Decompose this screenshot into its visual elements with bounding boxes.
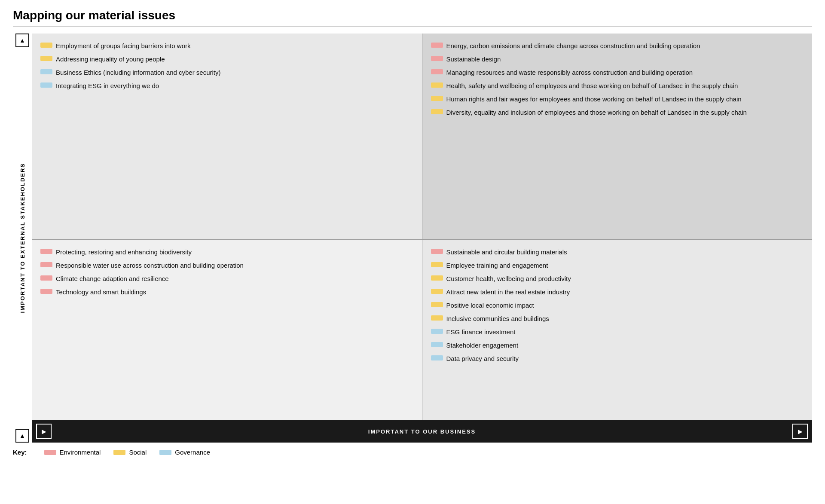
list-item: Climate change adaption and resilience bbox=[40, 274, 413, 283]
top-left-list: Employment of groups facing barriers int… bbox=[40, 41, 413, 90]
grid-area: Employment of groups facing barriers int… bbox=[32, 34, 812, 443]
governance-tag bbox=[40, 69, 52, 74]
chart-wrapper: ▲ IMPORTANT TO EXTERNAL STAKEHOLDERS ▲ E… bbox=[13, 34, 812, 443]
social-tag bbox=[431, 315, 443, 321]
list-item: Addressing inequality of young people bbox=[40, 55, 413, 64]
list-item: Sustainable and circular building materi… bbox=[431, 247, 804, 257]
list-item: Diversity, equality and inclusion of emp… bbox=[431, 108, 804, 117]
social-tag bbox=[431, 96, 443, 101]
y-axis-label-container: IMPORTANT TO EXTERNAL STAKEHOLDERS bbox=[19, 47, 26, 429]
key-item-governance: Governance bbox=[159, 449, 210, 456]
environmental-key-tag bbox=[44, 450, 56, 455]
governance-label: Governance bbox=[175, 449, 210, 456]
list-item: Stakeholder engagement bbox=[431, 341, 804, 350]
social-tag bbox=[431, 262, 443, 267]
social-tag bbox=[40, 56, 52, 61]
social-tag bbox=[40, 43, 52, 48]
list-item: Attract new talent in the real estate in… bbox=[431, 287, 804, 296]
x-arrow-right[interactable]: ▶ bbox=[792, 424, 808, 439]
governance-tag bbox=[431, 329, 443, 334]
list-item: Integrating ESG in everything we do bbox=[40, 81, 413, 90]
list-item: Inclusive communities and buildings bbox=[431, 314, 804, 323]
environmental-label: Environmental bbox=[60, 449, 101, 456]
environmental-tag bbox=[40, 289, 52, 294]
social-tag bbox=[431, 275, 443, 281]
key-section: Key: Environmental Social Governance bbox=[13, 449, 812, 456]
list-item: Business Ethics (including information a… bbox=[40, 68, 413, 77]
list-item: Employment of groups facing barriers int… bbox=[40, 41, 413, 50]
top-row: Employment of groups facing barriers int… bbox=[32, 34, 812, 240]
environmental-tag bbox=[431, 43, 443, 48]
list-item: Health, safety and wellbeing of employee… bbox=[431, 81, 804, 90]
social-key-tag bbox=[113, 450, 125, 455]
title-divider bbox=[13, 27, 812, 27]
x-axis-bar: ▶ IMPORTANT TO OUR BUSINESS ▶ bbox=[32, 420, 812, 443]
environmental-tag bbox=[40, 262, 52, 267]
list-item: Responsible water use across constructio… bbox=[40, 261, 413, 270]
key-label: Key: bbox=[13, 449, 27, 456]
social-tag bbox=[431, 302, 443, 307]
list-item: Employee training and engagement bbox=[431, 261, 804, 270]
environmental-tag bbox=[431, 56, 443, 61]
y-axis-container: ▲ IMPORTANT TO EXTERNAL STAKEHOLDERS ▲ bbox=[13, 34, 32, 443]
social-tag bbox=[431, 82, 443, 88]
quadrant-bottom-left: Protecting, restoring and enhancing biod… bbox=[32, 240, 422, 420]
social-tag bbox=[431, 109, 443, 114]
list-item: Energy, carbon emissions and climate cha… bbox=[431, 41, 804, 50]
environmental-tag bbox=[431, 249, 443, 254]
governance-tag bbox=[431, 342, 443, 347]
list-item: Managing resources and waste responsibly… bbox=[431, 68, 804, 77]
bottom-right-list: Sustainable and circular building materi… bbox=[431, 247, 804, 363]
key-item-social: Social bbox=[113, 449, 147, 456]
social-tag bbox=[431, 289, 443, 294]
list-item: Sustainable design bbox=[431, 55, 804, 64]
top-right-list: Energy, carbon emissions and climate cha… bbox=[431, 41, 804, 117]
environmental-tag bbox=[40, 275, 52, 281]
quadrant-top-right: Energy, carbon emissions and climate cha… bbox=[422, 34, 813, 240]
governance-key-tag bbox=[159, 450, 171, 455]
y-arrow-bottom[interactable]: ▲ bbox=[15, 429, 29, 443]
page-title: Mapping our material issues bbox=[13, 9, 812, 22]
social-label: Social bbox=[129, 449, 147, 456]
environmental-tag bbox=[431, 69, 443, 74]
quadrant-top-left: Employment of groups facing barriers int… bbox=[32, 34, 422, 240]
list-item: Customer health, wellbeing and productiv… bbox=[431, 274, 804, 283]
y-axis-label: IMPORTANT TO EXTERNAL STAKEHOLDERS bbox=[19, 163, 26, 313]
environmental-tag bbox=[40, 249, 52, 254]
x-arrow-left[interactable]: ▶ bbox=[36, 424, 52, 439]
quadrant-bottom-right: Sustainable and circular building materi… bbox=[422, 240, 813, 420]
key-item-environmental: Environmental bbox=[44, 449, 101, 456]
governance-tag bbox=[431, 355, 443, 360]
x-axis-label: IMPORTANT TO OUR BUSINESS bbox=[368, 428, 476, 435]
list-item: Human rights and fair wages for employee… bbox=[431, 95, 804, 104]
list-item: Positive local economic impact bbox=[431, 301, 804, 310]
list-item: Protecting, restoring and enhancing biod… bbox=[40, 247, 413, 257]
page-container: Mapping our material issues ▲ IMPORTANT … bbox=[0, 0, 825, 460]
list-item: ESG finance investment bbox=[431, 327, 804, 336]
list-item: Data privacy and security bbox=[431, 354, 804, 363]
bottom-row: Protecting, restoring and enhancing biod… bbox=[32, 240, 812, 420]
bottom-left-list: Protecting, restoring and enhancing biod… bbox=[40, 247, 413, 296]
y-arrow-top[interactable]: ▲ bbox=[15, 34, 29, 47]
governance-tag bbox=[40, 82, 52, 88]
list-item: Technology and smart buildings bbox=[40, 287, 413, 296]
